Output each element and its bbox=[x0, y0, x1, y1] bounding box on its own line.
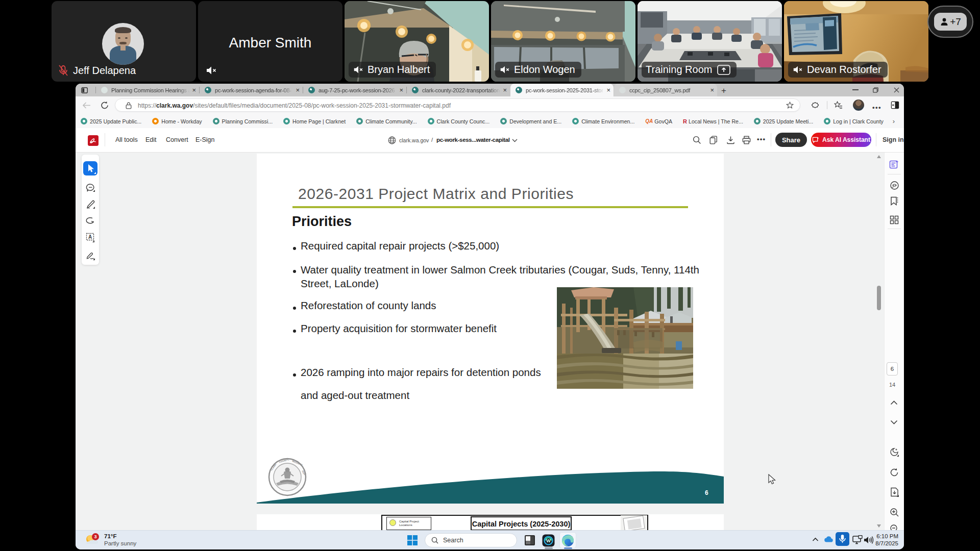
svg-text:A: A bbox=[88, 234, 92, 240]
svg-text:3: 3 bbox=[94, 534, 96, 539]
svg-text:W: W bbox=[546, 538, 551, 543]
